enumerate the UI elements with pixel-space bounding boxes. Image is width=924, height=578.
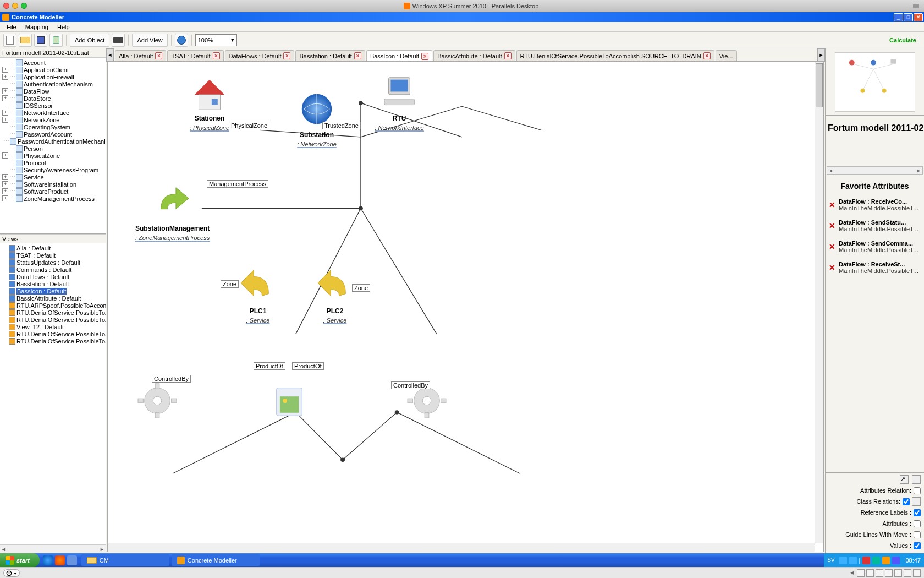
tabs-scroll-left[interactable]: ◄ [106,48,114,62]
model-tree-item[interactable]: ⋯PasswordAccount [0,130,106,138]
mac-close-icon[interactable] [3,3,9,9]
view-tab[interactable]: BassIcon : Default× [366,50,432,62]
views-tree-item[interactable]: RTU.DenialOfService.PossibleToAccomp [0,316,106,323]
model-tree-item[interactable]: ⋯PasswordAuthenticationMechanism [0,138,106,145]
model-tree-item[interactable]: +⋯DataStore [0,95,106,102]
views-tree-item[interactable]: TSAT : Default [0,252,106,259]
node-rtu[interactable]: RTU : NetworkInterface [355,73,443,132]
edge-zone-right[interactable]: Zone [352,284,370,292]
add-object-button[interactable]: Add Object [70,34,109,47]
tray-icon[interactable] [862,557,870,564]
tree-expand-icon[interactable]: + [2,174,8,180]
favourite-remove-icon[interactable]: ✕ [829,198,835,209]
edge-managementprocess[interactable]: ManagementProcess [207,180,268,188]
add-view-button[interactable]: Add View [132,34,167,47]
model-tree[interactable]: ⋯Account+⋯ApplicationClient+⋯Application… [0,58,106,234]
tray-icon[interactable] [882,557,890,564]
camera-button[interactable] [112,34,125,47]
views-tree-item[interactable]: RTU.DenialOfService.PossibleToAccomp [0,337,106,345]
opt-guidelines-checkbox[interactable] [914,531,921,538]
canvas-area[interactable]: Stationen : PhysicalZone Substation : Ne… [107,62,824,552]
show-desktop-icon[interactable] [67,555,77,565]
menu-mapping[interactable]: Mapping [21,23,53,31]
favourite-item[interactable]: ✕DataFlow : SendStatu...MainInTheMiddle.… [829,219,921,232]
model-tree-item[interactable]: +⋯ApplicationClient [0,66,106,73]
views-tree-item[interactable]: Commands : Default [0,266,106,273]
views-tree-item[interactable]: BassicAttribute : Default [0,295,106,302]
left-arrow-icon[interactable]: ◄ [849,569,855,577]
tray-icon[interactable] [849,557,857,564]
model-tree-item[interactable]: ⋯OperatingSystem [0,123,106,130]
tab-close-icon[interactable]: × [421,53,428,60]
views-tree-item[interactable]: RTU.ARPSpoof.PossibleToAccomplish IM [0,302,106,309]
opt-class-relations-checkbox[interactable] [903,498,910,505]
view-tab[interactable]: Alla : Default× [115,50,166,61]
favourite-item[interactable]: ✕DataFlow : ReceiveCo...MainInTheMiddle.… [829,198,921,211]
favourite-remove-icon[interactable]: ✕ [829,240,835,251]
favourite-remove-icon[interactable]: ✕ [829,219,835,230]
firefox-icon[interactable] [55,555,65,565]
tree-expand-icon[interactable]: + [2,117,8,123]
tree-expand-icon[interactable]: + [2,152,8,159]
views-tree-item[interactable]: DataFlows : Default [0,273,106,280]
model-tree-item[interactable]: ⋯Protocol [0,159,106,166]
canvas-scroll-horizontal[interactable] [108,543,815,552]
ie-icon[interactable] [43,555,53,565]
view-tab[interactable]: Basstation : Default× [295,50,365,61]
menu-file[interactable]: File [2,23,21,31]
edge-controlledby-left[interactable]: ControlledBy [152,375,191,383]
model-tree-item[interactable]: ⋯SecurityAwarenessProgram [0,166,106,173]
view-tab[interactable]: BassicAttribute : Default× [433,50,515,61]
tree-expand-icon[interactable]: + [2,95,8,101]
edge-physicalzone[interactable]: PhysicalZone [229,122,270,129]
views-tree-item[interactable]: RTU.DenialOfService.PossibleToAccomp [0,309,106,316]
tab-close-icon[interactable]: × [155,52,162,59]
project-hscroll[interactable]: ◄► [827,166,923,175]
node-gear-left[interactable] [124,381,190,421]
model-tree-item[interactable]: ⋯AuthenticationMechanism [0,80,106,88]
minimize-button[interactable]: _ [894,13,903,21]
favourite-remove-icon[interactable]: ✕ [829,261,835,272]
db-button[interactable] [50,34,63,47]
model-tree-item[interactable]: ⋯Account [0,59,106,66]
taskbar-item-concrete-modeller[interactable]: Concrete Modeller [172,554,260,566]
tree-expand-icon[interactable]: + [2,74,8,80]
tab-close-icon[interactable]: × [283,52,290,59]
class-relations-icon[interactable] [912,497,921,506]
model-tree-item[interactable]: +⋯ApplicationFirewall [0,73,106,80]
node-plc1[interactable]: PLC1 : Service [225,266,291,324]
view-tab[interactable]: TSAT : Default× [167,50,223,61]
model-tree-item[interactable]: ⋯IDSSensor [0,102,106,109]
model-tree-item[interactable]: +⋯NetworkInterface [0,109,106,116]
model-tree-item[interactable]: +⋯SoftwareProduct [0,188,106,195]
close-button[interactable]: ✕ [914,13,923,21]
tab-close-icon[interactable]: × [504,52,512,59]
view-tab[interactable]: DataFlows : Default× [225,50,295,61]
model-tree-item[interactable]: +⋯PhysicalZone [0,152,106,159]
model-tree-item[interactable]: +⋯ZoneManagementProcess [0,195,106,202]
tray-icon[interactable] [839,557,847,564]
host-icon[interactable] [913,569,921,577]
node-plc2[interactable]: PLC2 : Service [302,266,368,324]
language-indicator[interactable]: SV [827,557,834,563]
opt-reference-labels-checkbox[interactable] [914,509,921,516]
opt-attributes-checkbox[interactable] [914,520,921,527]
views-tree[interactable]: Alla : DefaultTSAT : DefaultStatusUpdate… [0,243,106,544]
favourite-item[interactable]: ✕DataFlow : ReceiveSt...MainInTheMiddle.… [829,261,921,274]
tree-expand-icon[interactable]: + [2,88,8,94]
power-button[interactable]: ⏻ ▾ [3,569,20,577]
tab-close-icon[interactable]: × [213,52,220,59]
tree-expand-icon[interactable]: + [2,188,8,194]
tray-icon[interactable] [872,557,880,564]
menu-help[interactable]: Help [53,23,74,31]
model-tree-item[interactable]: +⋯SoftwareInstallation [0,181,106,188]
model-tree-root[interactable]: Fortum modell 2011-02-10.iEaat [0,48,106,58]
opt-values-checkbox[interactable] [914,542,921,549]
start-button[interactable]: start [0,553,40,567]
legend-icon[interactable] [912,475,921,484]
model-tree-item[interactable]: +⋯DataFlow [0,88,106,95]
tree-expand-icon[interactable]: + [2,110,8,116]
tabs-scroll-right[interactable]: ► [817,48,825,62]
model-tree-item[interactable]: +⋯Service [0,173,106,181]
canvas-scroll-vertical[interactable] [815,62,823,543]
